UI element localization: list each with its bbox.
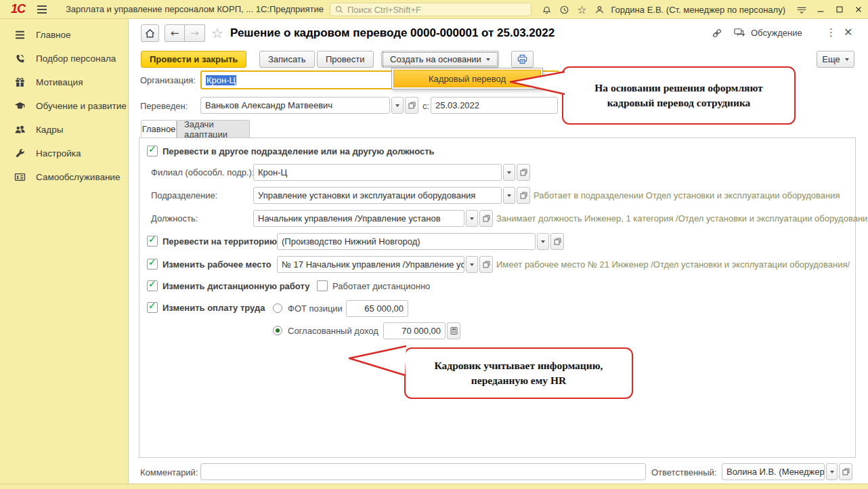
sidebar-item-label: Главное [36, 30, 71, 40]
sidebar-item-label: Мотивация [36, 77, 83, 87]
territory-open-button[interactable] [550, 233, 564, 250]
responsible-field[interactable]: Волина И.В. (Менеджер г [722, 463, 825, 480]
callout-tail [347, 343, 409, 378]
transferred-field[interactable]: Ваньков Александр Матвеевич [200, 97, 390, 114]
forward-button[interactable]: → [185, 24, 205, 42]
transfer-checkbox-label: Перевести в другое подразделение или на … [162, 146, 435, 156]
agreed-income-radio[interactable] [273, 326, 282, 335]
sidebar-item-main[interactable]: Главное [0, 23, 128, 47]
sidebar-item-recruiting[interactable]: Подбор персонала [0, 47, 128, 70]
bottom-strip [0, 484, 868, 489]
works-remotely-label: Работает дистанционно [332, 281, 430, 291]
sidebar-item-label: Кадры [36, 125, 63, 135]
calculator-button[interactable] [447, 322, 460, 339]
tab-adaptation-tasks[interactable]: Задачи адаптации [177, 120, 250, 137]
main-menu-icon[interactable] [33, 2, 51, 17]
chevron-down-icon [486, 58, 490, 61]
more-dots-icon[interactable]: ⋮ [826, 26, 836, 39]
transfer-checkbox[interactable]: ✓ [147, 146, 158, 156]
date-from-field[interactable]: 25.03.2022 [431, 97, 558, 114]
position-label: Должность: [151, 213, 198, 224]
territory-checkbox[interactable]: ✓ [147, 236, 158, 247]
responsible-open-button[interactable] [839, 463, 852, 480]
position-open-button[interactable] [479, 210, 493, 227]
position-dropdown-button[interactable] [466, 210, 478, 227]
comment-field[interactable] [200, 463, 646, 480]
discussion-button[interactable]: Обсуждение [733, 27, 802, 38]
department-label: Подразделение: [151, 190, 217, 200]
sidebar-item-self-service[interactable]: Самообслуживание [0, 165, 128, 189]
gift-icon [14, 77, 26, 88]
post-and-close-button[interactable]: Провести и закрыть [141, 51, 246, 68]
position-field[interactable]: Начальник управления /Управление установ [253, 210, 464, 227]
calculator-icon [450, 326, 458, 335]
id-card-icon [14, 171, 26, 183]
phone-icon [14, 53, 26, 64]
territory-checkbox-label: Перевести на территорию [162, 236, 277, 247]
create-based-on-button[interactable]: Создать на основании [381, 51, 499, 68]
branch-open-button[interactable] [517, 164, 530, 181]
fot-amount-field[interactable]: 65 000,00 [346, 300, 408, 317]
organization-label: Организация: [140, 75, 196, 85]
responsible-dropdown-button[interactable] [826, 463, 838, 480]
post-button[interactable]: Провести [317, 51, 374, 68]
salary-checkbox[interactable]: ✓ [147, 302, 158, 313]
sidebar-item-motivation[interactable]: Мотивация [0, 70, 128, 94]
print-button[interactable] [511, 51, 534, 68]
branch-dropdown-button[interactable] [503, 164, 515, 181]
onec-logo: 1С [11, 2, 25, 16]
favorite-star-icon[interactable]: ☆ [211, 25, 223, 41]
workplace-checkbox[interactable]: ✓ [147, 259, 158, 270]
titlebar-right: ☆ Гордина Е.В. (Ст. менеджер по персонал… [538, 0, 868, 19]
back-button[interactable]: ← [165, 24, 185, 42]
titlebar: 1С Зарплата и управление персоналом КОРП… [0, 0, 868, 19]
close-window-button[interactable] [849, 1, 868, 18]
agreed-amount-field[interactable]: 70 000,00 [383, 322, 446, 339]
service-menu-icon[interactable] [792, 1, 811, 18]
history-icon[interactable] [555, 2, 573, 17]
transferred-open-button[interactable] [405, 97, 418, 114]
people-icon [14, 124, 26, 135]
workplace-open-button[interactable] [479, 256, 493, 273]
chevron-down-icon [830, 471, 834, 473]
back-arrow-icon: ← [171, 27, 179, 39]
user-icon[interactable] [590, 2, 608, 17]
search-icon [334, 5, 344, 14]
chevron-down-icon [507, 171, 511, 174]
notifications-bell-icon[interactable] [538, 2, 555, 17]
department-field[interactable]: Управление установки и эксплуатации обор… [253, 187, 502, 204]
workplace-dropdown-button[interactable] [466, 256, 478, 273]
more-button[interactable]: Еще [817, 51, 854, 68]
territory-dropdown-button[interactable] [537, 233, 549, 250]
check-icon: ✓ [148, 144, 156, 154]
get-link-icon[interactable] [711, 27, 723, 41]
transferred-dropdown-button[interactable] [391, 97, 404, 114]
favorites-star-icon[interactable]: ☆ [573, 2, 590, 17]
works-remotely-checkbox[interactable] [317, 280, 328, 291]
branch-field[interactable]: Крон-Ц [253, 164, 502, 181]
territory-field[interactable]: (Производство Нижний Новгород) [277, 233, 536, 250]
close-form-icon[interactable]: ✕ [844, 26, 852, 39]
check-icon: ✓ [148, 278, 156, 289]
workplace-field[interactable]: № 17 Начальник управления /Управление ус [277, 256, 464, 273]
sidebar-item-label: Обучение и развитие [36, 101, 127, 111]
sidebar-item-hr[interactable]: Кадры [0, 118, 128, 142]
wrench-icon [14, 148, 26, 159]
sidebar-item-settings[interactable]: Настройка [0, 142, 128, 165]
department-open-button[interactable] [517, 187, 530, 204]
remote-checkbox[interactable]: ✓ [147, 280, 158, 291]
home-button[interactable] [141, 24, 159, 42]
sidebar-item-training[interactable]: Обучение и развитие [0, 94, 128, 118]
write-button[interactable]: Записать [259, 51, 315, 68]
forward-arrow-icon: → [190, 27, 199, 39]
minimize-button[interactable] [811, 1, 830, 18]
salary-checkbox-label: Изменить оплату труда [162, 303, 265, 313]
global-search-input[interactable]: Поиск Ctrl+Shift+F [330, 3, 531, 16]
open-icon [842, 468, 850, 475]
department-dropdown-button[interactable] [503, 187, 515, 204]
current-user[interactable]: Гордина Е.В. (Ст. менеджер по персоналу) [611, 5, 785, 15]
fot-radio[interactable] [273, 303, 282, 313]
agreed-income-label: Согласованный доход [288, 326, 378, 336]
tab-main[interactable]: Главное [141, 120, 177, 137]
maximize-button[interactable] [830, 1, 849, 18]
